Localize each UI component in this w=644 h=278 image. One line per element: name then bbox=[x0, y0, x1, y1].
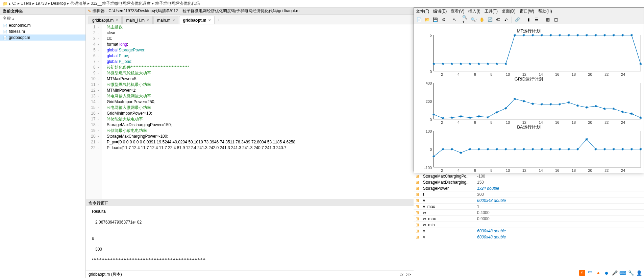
code-line[interactable]: %储能最大放电功率 bbox=[107, 116, 414, 122]
variable-name: StorageMaxChargingPo... bbox=[423, 174, 477, 179]
code-line[interactable]: P_load=[11.7 12.4 11.7 12.4 11.7 22.4 81… bbox=[107, 145, 414, 151]
breadcrumb-item[interactable]: 19733 bbox=[35, 1, 47, 6]
breadcrumb[interactable]: 📁 ▸ C: ▸ Users ▸ 19733 ▸ Desktop ▸ 代码清单 … bbox=[0, 0, 644, 7]
datatip-button[interactable]: 🏷 bbox=[494, 16, 502, 23]
code-line[interactable]: GridMaxImportPower=250; bbox=[107, 99, 414, 105]
workspace-row[interactable]: ⊞t300 bbox=[414, 191, 644, 198]
code-line[interactable]: StorageMaxDischargingPower=150; bbox=[107, 122, 414, 128]
workspace-row[interactable]: ⊞StorageMaxChargingPo...-100 bbox=[414, 173, 644, 179]
grid-button[interactable]: ▦ bbox=[544, 16, 551, 23]
variable-icon: ⊞ bbox=[416, 186, 422, 191]
chevron-right-icon: ▸ bbox=[47, 1, 51, 6]
rotate-button[interactable]: 🔄 bbox=[486, 16, 494, 23]
code-line[interactable]: %微型燃气轮机最大功率 bbox=[107, 70, 414, 76]
editor-tab[interactable]: gridbaopt.m× bbox=[89, 16, 122, 24]
file-item[interactable]: 📄fitness.m bbox=[0, 28, 85, 34]
figure-toolbar: 📄📂💾🖨↖🔍+🔍-✋🔄🏷🖌🔗▮☰▦◫ bbox=[414, 15, 644, 24]
workspace-row[interactable]: ⊞v6000x48 double bbox=[414, 198, 644, 204]
variable-icon: ⊞ bbox=[416, 210, 422, 215]
dock-button[interactable]: ◫ bbox=[552, 16, 560, 23]
workspace-row[interactable]: ⊞w0.4000 bbox=[414, 210, 644, 216]
open-button[interactable]: 📂 bbox=[423, 16, 431, 23]
code-line[interactable]: global P_load; bbox=[107, 59, 414, 65]
command-window[interactable]: Resulta = 2.067639479363771e+02s = 300**… bbox=[86, 206, 414, 271]
chart: GRID运行计划020040024681012141618202224 bbox=[417, 76, 641, 122]
workspace-row[interactable]: ⊞v6000x48 double bbox=[414, 234, 644, 240]
menu-item[interactable]: 文件(F) bbox=[416, 8, 429, 14]
ime-icon[interactable]: S bbox=[579, 270, 585, 276]
close-icon[interactable]: × bbox=[147, 18, 149, 23]
workspace-row[interactable]: ⊞StorageMaxDischarging...150 bbox=[414, 179, 644, 185]
mic-icon[interactable]: 🎤 bbox=[612, 270, 618, 276]
variable-icon: ⊞ bbox=[416, 174, 422, 179]
code-line[interactable]: %主函数 bbox=[107, 24, 414, 30]
smile-icon[interactable]: ☻ bbox=[603, 270, 610, 276]
brush-button[interactable]: 🖌 bbox=[502, 16, 510, 23]
arrow-button[interactable]: ↖ bbox=[451, 16, 458, 23]
code-line[interactable]: %电网输入微网最小功率 bbox=[107, 105, 414, 111]
zoomout-button[interactable]: 🔍- bbox=[470, 16, 477, 23]
code-line[interactable]: P_pv=[0 0 0 0 0 0 0 0.0391 19.5244 40.02… bbox=[107, 139, 414, 145]
editor-tab[interactable]: main.m× bbox=[153, 16, 178, 24]
file-item[interactable]: 📄economic.m bbox=[0, 22, 85, 28]
breadcrumb-item[interactable]: 012__粒子群微电网经济优化调度 bbox=[91, 1, 150, 6]
print-button[interactable]: 🖨 bbox=[440, 16, 447, 23]
close-icon[interactable]: × bbox=[116, 18, 118, 23]
code-line[interactable]: %微型燃气轮机最小功率 bbox=[107, 82, 414, 88]
close-icon[interactable]: × bbox=[172, 18, 175, 23]
breadcrumb-item[interactable]: C: bbox=[12, 1, 16, 6]
menu-item[interactable]: 窗口(W) bbox=[520, 8, 534, 14]
code-line[interactable]: global StoragePower; bbox=[107, 47, 414, 53]
menu-item[interactable]: 查看(V) bbox=[451, 8, 464, 14]
menu-item[interactable]: 帮助(H) bbox=[538, 8, 552, 14]
workspace-row[interactable]: ⊞w_max0.9000 bbox=[414, 216, 644, 222]
code-editor[interactable]: 1 -2 -3 -4 -5 -6 -7 -8 -9 -10 -11 -12 -1… bbox=[86, 24, 414, 199]
colorbar-button[interactable]: ▮ bbox=[525, 16, 532, 23]
menu-item[interactable]: 插入(I) bbox=[468, 8, 480, 14]
code-line[interactable]: StorageMaxChargingPower=-100; bbox=[107, 134, 414, 139]
zoomin-button[interactable]: 🔍+ bbox=[462, 16, 469, 23]
close-icon[interactable]: × bbox=[208, 18, 211, 23]
legend-button[interactable]: ☰ bbox=[533, 16, 540, 23]
ime-cn-icon[interactable]: 中 bbox=[587, 270, 593, 276]
variable-value: 1x24 double bbox=[477, 186, 499, 191]
code-line[interactable]: %电网输入微网最大功率 bbox=[107, 93, 414, 99]
code-line[interactable]: clc bbox=[107, 36, 414, 42]
breadcrumb-item[interactable]: Users bbox=[21, 1, 31, 6]
variable-icon: ⊞ bbox=[416, 204, 422, 209]
breadcrumb-item[interactable]: 代码清单 bbox=[70, 1, 86, 6]
column-header-name[interactable]: 名称 ▴ bbox=[0, 15, 85, 22]
save-button[interactable]: 💾 bbox=[431, 16, 439, 23]
pan-button[interactable]: ✋ bbox=[478, 16, 486, 23]
new-button[interactable]: 📄 bbox=[415, 16, 423, 23]
code-line[interactable]: %储能最小放电电功率 bbox=[107, 128, 414, 134]
menu-item[interactable]: 工具(T) bbox=[485, 8, 498, 14]
file-icon: 📄 bbox=[3, 29, 7, 34]
variable-icon: ⊞ bbox=[416, 216, 422, 221]
breadcrumb-item[interactable]: 粒子群电网经济优化代码 bbox=[155, 1, 200, 6]
code-line[interactable]: %初始化条件**********************************… bbox=[107, 65, 414, 70]
breadcrumb-item[interactable]: Desktop bbox=[51, 1, 66, 6]
menu-item[interactable]: 编辑(E) bbox=[433, 8, 447, 14]
workspace-row[interactable]: ⊞v_max1 bbox=[414, 204, 644, 210]
workspace-row[interactable]: ⊞w_min bbox=[414, 222, 644, 228]
code-line[interactable]: global P_pv; bbox=[107, 53, 414, 59]
tool-icon[interactable]: 🔧 bbox=[628, 270, 634, 276]
menu-item[interactable]: 桌面(D) bbox=[502, 8, 516, 14]
editor-tab[interactable]: main_H.m× bbox=[122, 16, 153, 24]
code-line[interactable]: format long; bbox=[107, 42, 414, 47]
prompt[interactable]: >> bbox=[406, 272, 411, 277]
file-item[interactable]: 📄gridbaopt.m bbox=[0, 34, 85, 41]
workspace-row[interactable]: ⊞x6000x48 double bbox=[414, 228, 644, 234]
link-button[interactable]: 🔗 bbox=[514, 16, 521, 23]
keyboard-icon[interactable]: ⌨ bbox=[620, 270, 626, 276]
workspace-row[interactable]: ⊞StoragePower1x24 double bbox=[414, 185, 644, 191]
code-line[interactable]: GridMinImportPower=10; bbox=[107, 111, 414, 116]
add-tab-button[interactable]: + bbox=[215, 17, 223, 24]
editor-tab[interactable]: gridbaopt.m× bbox=[179, 16, 214, 24]
chevron-right-icon: ▸ bbox=[31, 1, 35, 6]
person-icon[interactable]: 👤 bbox=[636, 270, 642, 276]
code-line[interactable]: MTMaxPower=5; bbox=[107, 76, 414, 82]
code-line[interactable]: MTMinPower=1; bbox=[107, 88, 414, 93]
code-line[interactable]: clear bbox=[107, 30, 414, 36]
